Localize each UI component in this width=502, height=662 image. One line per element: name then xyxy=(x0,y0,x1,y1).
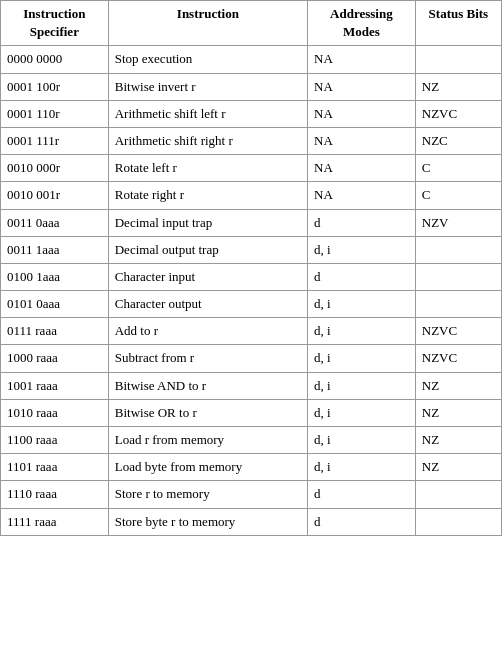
cell-specifier: 0101 0aaa xyxy=(1,291,109,318)
cell-addressing: d, i xyxy=(308,399,416,426)
cell-specifier: 1010 raaa xyxy=(1,399,109,426)
table-row: 1111 raaaStore byte r to memoryd xyxy=(1,508,502,535)
cell-instruction: Rotate right r xyxy=(108,182,307,209)
cell-addressing: NA xyxy=(308,100,416,127)
table-row: 0001 110rArithmetic shift left rNANZVC xyxy=(1,100,502,127)
cell-specifier: 0001 100r xyxy=(1,73,109,100)
cell-instruction: Load byte from memory xyxy=(108,454,307,481)
cell-addressing: d, i xyxy=(308,372,416,399)
cell-specifier: 1001 raaa xyxy=(1,372,109,399)
cell-instruction: Bitwise invert r xyxy=(108,73,307,100)
table-row: 0001 100rBitwise invert rNANZ xyxy=(1,73,502,100)
cell-instruction: Add to r xyxy=(108,318,307,345)
cell-status xyxy=(415,481,501,508)
instruction-table: Instruction Specifier Instruction Addres… xyxy=(0,0,502,536)
cell-status xyxy=(415,46,501,73)
cell-addressing: d xyxy=(308,481,416,508)
cell-addressing: NA xyxy=(308,46,416,73)
table-row: 0000 0000Stop executionNA xyxy=(1,46,502,73)
cell-specifier: 0010 000r xyxy=(1,155,109,182)
table-row: 0111 raaaAdd to rd, iNZVC xyxy=(1,318,502,345)
cell-addressing: NA xyxy=(308,127,416,154)
cell-addressing: d xyxy=(308,209,416,236)
cell-specifier: 0011 1aaa xyxy=(1,236,109,263)
table-row: 0001 111rArithmetic shift right rNANZC xyxy=(1,127,502,154)
cell-specifier: 0001 111r xyxy=(1,127,109,154)
cell-instruction: Subtract from r xyxy=(108,345,307,372)
cell-status: NZ xyxy=(415,372,501,399)
cell-specifier: 0011 0aaa xyxy=(1,209,109,236)
cell-instruction: Decimal input trap xyxy=(108,209,307,236)
cell-addressing: d xyxy=(308,508,416,535)
table-row: 1010 raaaBitwise OR to rd, iNZ xyxy=(1,399,502,426)
cell-status: C xyxy=(415,155,501,182)
cell-status: NZVC xyxy=(415,100,501,127)
table-row: 1110 raaaStore r to memoryd xyxy=(1,481,502,508)
table-row: 0010 001rRotate right rNAC xyxy=(1,182,502,209)
table-row: 1001 raaaBitwise AND to rd, iNZ xyxy=(1,372,502,399)
table-row: 1100 raaaLoad r from memoryd, iNZ xyxy=(1,427,502,454)
cell-instruction: Arithmetic shift left r xyxy=(108,100,307,127)
cell-instruction: Store r to memory xyxy=(108,481,307,508)
cell-status: NZ xyxy=(415,454,501,481)
cell-specifier: 0000 0000 xyxy=(1,46,109,73)
cell-specifier: 0111 raaa xyxy=(1,318,109,345)
table-row: 0101 0aaaCharacter outputd, i xyxy=(1,291,502,318)
cell-specifier: 1110 raaa xyxy=(1,481,109,508)
cell-specifier: 1111 raaa xyxy=(1,508,109,535)
cell-specifier: 0001 110r xyxy=(1,100,109,127)
table-row: 0011 1aaaDecimal output trapd, i xyxy=(1,236,502,263)
table-row: 0100 1aaaCharacter inputd xyxy=(1,263,502,290)
header-instruction: Instruction xyxy=(108,1,307,46)
cell-addressing: NA xyxy=(308,155,416,182)
cell-instruction: Arithmetic shift right r xyxy=(108,127,307,154)
cell-specifier: 1100 raaa xyxy=(1,427,109,454)
header-specifier: Instruction Specifier xyxy=(1,1,109,46)
cell-instruction: Rotate left r xyxy=(108,155,307,182)
cell-status xyxy=(415,508,501,535)
cell-addressing: NA xyxy=(308,73,416,100)
cell-specifier: 0100 1aaa xyxy=(1,263,109,290)
cell-instruction: Bitwise OR to r xyxy=(108,399,307,426)
cell-addressing: NA xyxy=(308,182,416,209)
cell-addressing: d, i xyxy=(308,345,416,372)
cell-status: C xyxy=(415,182,501,209)
cell-specifier: 1000 raaa xyxy=(1,345,109,372)
cell-status: NZ xyxy=(415,427,501,454)
cell-addressing: d, i xyxy=(308,291,416,318)
cell-instruction: Decimal output trap xyxy=(108,236,307,263)
table-row: 1101 raaaLoad byte from memoryd, iNZ xyxy=(1,454,502,481)
cell-status: NZC xyxy=(415,127,501,154)
cell-specifier: 0010 001r xyxy=(1,182,109,209)
header-status: Status Bits xyxy=(415,1,501,46)
cell-instruction: Character output xyxy=(108,291,307,318)
cell-status: NZVC xyxy=(415,345,501,372)
cell-status: NZVC xyxy=(415,318,501,345)
table-row: 1000 raaaSubtract from rd, iNZVC xyxy=(1,345,502,372)
cell-addressing: d xyxy=(308,263,416,290)
cell-status xyxy=(415,291,501,318)
cell-instruction: Character input xyxy=(108,263,307,290)
cell-instruction: Bitwise AND to r xyxy=(108,372,307,399)
cell-status: NZ xyxy=(415,73,501,100)
cell-status xyxy=(415,263,501,290)
cell-addressing: d, i xyxy=(308,318,416,345)
cell-addressing: d, i xyxy=(308,427,416,454)
header-addressing: Addressing Modes xyxy=(308,1,416,46)
cell-status: NZV xyxy=(415,209,501,236)
cell-specifier: 1101 raaa xyxy=(1,454,109,481)
cell-addressing: d, i xyxy=(308,236,416,263)
cell-instruction: Stop execution xyxy=(108,46,307,73)
table-row: 0011 0aaaDecimal input trapdNZV xyxy=(1,209,502,236)
cell-instruction: Store byte r to memory xyxy=(108,508,307,535)
cell-instruction: Load r from memory xyxy=(108,427,307,454)
cell-status xyxy=(415,236,501,263)
cell-status: NZ xyxy=(415,399,501,426)
cell-addressing: d, i xyxy=(308,454,416,481)
table-row: 0010 000rRotate left rNAC xyxy=(1,155,502,182)
